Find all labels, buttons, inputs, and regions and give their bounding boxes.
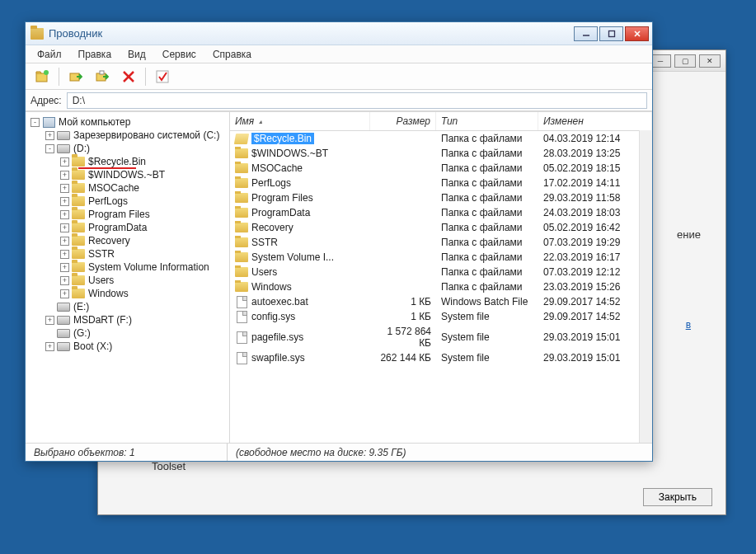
tb-check-button[interactable] (151, 66, 174, 87)
list-row[interactable]: System Volume I...Папка с файлами22.03.2… (230, 250, 652, 265)
file-modified: 17.02.2019 14:11 (538, 176, 652, 190)
tree-item-3[interactable]: +$WINDOWS.~BT (27, 168, 228, 181)
file-name: ProgramData (251, 207, 310, 218)
file-size (370, 286, 436, 288)
tree-item-2[interactable]: +$Recycle.Bin (27, 155, 228, 168)
list-row[interactable]: UsersПапка с файлами07.03.2019 12:12 (230, 265, 652, 279)
list-row[interactable]: WindowsПапка с файлами23.03.2019 15:26 (230, 279, 652, 294)
menu-item-3[interactable]: Сервис (156, 47, 203, 62)
expander-icon[interactable]: - (31, 118, 40, 127)
tree-item-11[interactable]: +Users (27, 274, 228, 287)
bg-close-button[interactable]: ✕ (699, 54, 721, 68)
list-row[interactable]: MSOCacheПапка с файлами05.02.2019 18:15 (230, 161, 652, 176)
file-name: Windows (251, 281, 292, 293)
tree-item-9-label: SSTR (87, 248, 116, 260)
list-row[interactable]: PerfLogsПапка с файлами17.02.2019 14:11 (230, 176, 652, 190)
expander-icon[interactable]: + (45, 342, 54, 351)
file-list[interactable]: Имя▴ Размер Тип Изменен $Recycle.BinПапк… (230, 112, 652, 443)
tree-item-10[interactable]: +System Volume Information (27, 261, 228, 274)
status-freespace: (свободное место на диске: 9.35 ГБ) (228, 444, 415, 461)
tree-item-9[interactable]: +SSTR (27, 247, 228, 261)
close-button[interactable] (625, 26, 649, 41)
address-input[interactable] (67, 92, 647, 109)
menubar: ФайлПравкаВидСервисСправка (26, 45, 652, 63)
list-row[interactable]: $WINDOWS.~BTПапка с файлами28.03.2019 13… (230, 146, 652, 161)
tree-item-0[interactable]: +Зарезервировано системой (C:) (27, 129, 228, 142)
col-header-name[interactable]: Имя▴ (230, 112, 370, 130)
tree-item-6[interactable]: +Program Files (27, 208, 228, 221)
folder-icon (235, 148, 248, 159)
menu-item-0[interactable]: Файл (31, 47, 68, 62)
expander-icon[interactable]: + (60, 289, 69, 298)
file-type: System file (436, 331, 538, 344)
folder-icon (235, 281, 248, 293)
tb-copy-button[interactable] (64, 66, 87, 87)
folder-icon (235, 192, 248, 204)
expander-icon[interactable]: + (60, 184, 69, 193)
tb-delete-button[interactable] (117, 66, 140, 87)
tree-item-5[interactable]: +PerfLogs (27, 195, 228, 208)
tree-item-1[interactable]: -(D:) (27, 142, 228, 155)
bg-close-action-button[interactable]: Закрыть (643, 488, 712, 506)
list-row[interactable]: swapfile.sys262 144 КБSystem file29.03.2… (230, 350, 652, 365)
file-name: pagefile.sys (251, 331, 303, 343)
tree-item-2-icon (72, 156, 85, 167)
tree-item-14[interactable]: +MSDaRT (F:) (27, 313, 228, 326)
menu-item-2[interactable]: Вид (121, 47, 153, 62)
minimize-button[interactable] (574, 26, 598, 41)
expander-icon[interactable]: + (60, 157, 69, 167)
folder-icon (235, 251, 248, 263)
col-header-size[interactable]: Размер (370, 112, 436, 130)
list-row[interactable]: Program FilesПапка с файлами29.03.2019 1… (230, 190, 652, 205)
expander-icon[interactable]: + (60, 276, 69, 285)
bg-link-fragment[interactable]: в (686, 319, 691, 331)
tree-item-7-label: ProgramData (87, 222, 148, 233)
expander-icon[interactable]: + (60, 210, 69, 219)
expander-icon[interactable]: + (60, 250, 69, 259)
sort-indicator-icon: ▴ (259, 118, 262, 125)
expander-icon[interactable]: + (45, 131, 54, 140)
tree-item-13[interactable]: (E:) (27, 300, 228, 313)
tree-item-15[interactable]: (G:) (27, 326, 228, 340)
expander-icon[interactable]: - (45, 144, 54, 153)
expander-icon[interactable]: + (60, 237, 69, 246)
list-scrollbar[interactable] (639, 130, 652, 443)
tree-item-7[interactable]: +ProgramData (27, 221, 228, 234)
tree-item-8[interactable]: +Recovery (27, 234, 228, 247)
list-row[interactable]: autoexec.bat1 КБWindows Batch File29.09.… (230, 294, 652, 309)
tree-item-0-label: Зарезервировано системой (C:) (72, 129, 221, 141)
list-row[interactable]: ProgramDataПапка с файлами24.03.2019 18:… (230, 205, 652, 220)
list-row[interactable]: SSTRПапка с файлами07.03.2019 19:29 (230, 235, 652, 250)
menu-item-1[interactable]: Правка (72, 47, 119, 62)
tb-new-folder-button[interactable] (31, 66, 54, 87)
list-row[interactable]: config.sys1 КБSystem file29.09.2017 14:5… (230, 309, 652, 324)
expander-icon[interactable]: + (60, 223, 69, 232)
expander-icon[interactable]: + (45, 316, 54, 325)
tree-item-12-label: Windows (87, 288, 130, 299)
tree-item-4-icon (72, 182, 85, 194)
file-icon (235, 331, 248, 343)
file-name: $Recycle.Bin (251, 133, 314, 144)
list-row[interactable]: $Recycle.BinПапка с файлами04.03.2019 12… (230, 131, 652, 146)
maximize-button[interactable] (599, 26, 623, 41)
expander-icon[interactable]: + (60, 197, 69, 206)
list-row[interactable]: pagefile.sys1 572 864 КБSystem file29.03… (230, 324, 652, 350)
folder-icon (235, 162, 248, 174)
expander-icon[interactable]: + (60, 171, 69, 180)
tree-item-4[interactable]: +MSOCache (27, 181, 228, 195)
list-row[interactable]: RecoveryПапка с файлами05.02.2019 16:42 (230, 220, 652, 235)
col-header-modified[interactable]: Изменен (538, 112, 652, 130)
toolbar (26, 63, 652, 90)
bg-maximize-button[interactable]: ▢ (674, 54, 696, 68)
tree-root-my-computer[interactable]: -Мой компьютер (27, 115, 228, 129)
folder-tree[interactable]: -Мой компьютер+Зарезервировано системой … (26, 112, 230, 443)
tree-item-12[interactable]: +Windows (27, 287, 228, 300)
col-header-type[interactable]: Тип (436, 112, 538, 130)
tree-item-16[interactable]: +Boot (X:) (27, 340, 228, 353)
menu-item-4[interactable]: Справка (206, 47, 258, 62)
tb-move-button[interactable] (91, 66, 114, 87)
bg-toolset-label: Toolset (152, 460, 185, 472)
expander-icon[interactable]: + (60, 263, 69, 272)
file-name: System Volume I... (251, 251, 334, 263)
titlebar[interactable]: Проводник (26, 22, 652, 45)
